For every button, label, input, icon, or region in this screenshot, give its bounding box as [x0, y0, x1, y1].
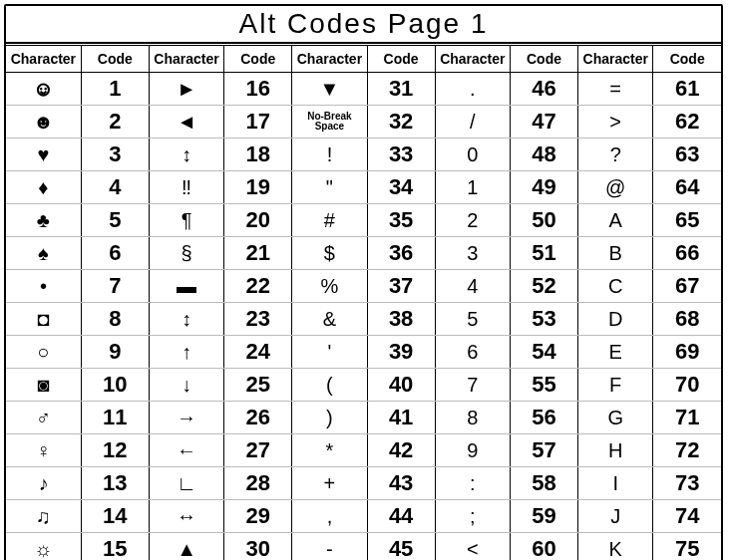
code-cell: 56 [510, 402, 577, 434]
character-cell: I [578, 467, 653, 500]
code-cell: 23 [224, 303, 292, 336]
code-cell: 48 [510, 139, 577, 171]
character-cell: E [578, 336, 653, 369]
code-cell: 57 [510, 434, 577, 467]
code-cell: 27 [224, 434, 292, 467]
col-header-code: Code [510, 45, 577, 73]
code-cell: 49 [510, 171, 577, 204]
character-cell: 6 [435, 336, 510, 369]
code-cell: 18 [224, 139, 292, 171]
code-cell: 12 [81, 434, 149, 467]
character-cell: ▬ [149, 270, 223, 303]
code-cell: 62 [653, 106, 721, 139]
character-cell: D [578, 303, 653, 336]
character-cell: ( [292, 369, 367, 402]
character-cell: * [292, 434, 367, 467]
character-cell: ! [292, 139, 367, 171]
code-cell: 66 [653, 237, 721, 270]
col-header-code: Code [224, 45, 292, 73]
code-cell: 34 [367, 171, 435, 204]
code-cell: 3 [81, 139, 149, 171]
table-body: ☺1►16▼31.46=61☻2◄17No-BreakSpace32/47>62… [6, 73, 721, 561]
character-cell: ☺ [6, 73, 81, 106]
table-row: ♂11→26)41856G71 [6, 402, 721, 434]
code-cell: 67 [653, 270, 721, 303]
col-header-character: Character [149, 45, 223, 73]
col-header-code: Code [81, 45, 149, 73]
character-cell: ♥ [6, 139, 81, 171]
character-cell: 8 [435, 402, 510, 434]
character-cell: ♂ [6, 402, 81, 434]
code-cell: 51 [510, 237, 577, 270]
table-row: •7▬22%37452C67 [6, 270, 721, 303]
code-cell: 1 [81, 73, 149, 106]
code-cell: 63 [653, 139, 721, 171]
character-cell: ‼ [149, 171, 223, 204]
page-title: Alt Codes Page 1 [6, 6, 721, 43]
character-cell: • [6, 270, 81, 303]
table-row: ☺1►16▼31.46=61 [6, 73, 721, 106]
code-cell: 74 [653, 500, 721, 533]
col-header-character: Character [578, 45, 653, 73]
code-cell: 43 [367, 467, 435, 500]
character-cell: ? [578, 139, 653, 171]
code-cell: 17 [224, 106, 292, 139]
code-cell: 22 [224, 270, 292, 303]
character-cell: F [578, 369, 653, 402]
character-cell: 4 [435, 270, 510, 303]
code-cell: 32 [367, 106, 435, 139]
col-header-code: Code [367, 45, 435, 73]
code-cell: 61 [653, 73, 721, 106]
code-cell: 28 [224, 467, 292, 500]
character-cell: < [435, 533, 510, 561]
character-cell: & [292, 303, 367, 336]
code-cell: 68 [653, 303, 721, 336]
character-cell: , [292, 500, 367, 533]
character-cell: @ [578, 171, 653, 204]
code-cell: 2 [81, 106, 149, 139]
character-cell: ♫ [6, 500, 81, 533]
code-cell: 50 [510, 204, 577, 237]
character-cell: ☼ [6, 533, 81, 561]
character-cell: ◙ [6, 369, 81, 402]
character-cell: ♠ [6, 237, 81, 270]
character-cell: ↑ [149, 336, 223, 369]
character-cell: B [578, 237, 653, 270]
character-cell: % [292, 270, 367, 303]
table-row: ☻2◄17No-BreakSpace32/47>62 [6, 106, 721, 139]
character-cell: . [435, 73, 510, 106]
col-header-character: Character [292, 45, 367, 73]
code-cell: 45 [367, 533, 435, 561]
character-cell: ↕ [149, 139, 223, 171]
code-cell: 4 [81, 171, 149, 204]
character-cell: ↔ [149, 500, 223, 533]
character-cell: ♪ [6, 467, 81, 500]
code-cell: 37 [367, 270, 435, 303]
table-row: ♣5¶20#35250A65 [6, 204, 721, 237]
code-cell: 19 [224, 171, 292, 204]
character-cell: → [149, 402, 223, 434]
character-cell: J [578, 500, 653, 533]
code-cell: 5 [81, 204, 149, 237]
table-row: ♥3↕18!33048?63 [6, 139, 721, 171]
code-cell: 14 [81, 500, 149, 533]
table-row: ♪13∟28+43:58I73 [6, 467, 721, 500]
code-cell: 73 [653, 467, 721, 500]
table-row: ◘8↕23&38553D68 [6, 303, 721, 336]
table-row: ♀12←27*42957H72 [6, 434, 721, 467]
code-cell: 53 [510, 303, 577, 336]
character-cell: ♦ [6, 171, 81, 204]
code-cell: 30 [224, 533, 292, 561]
character-cell: + [292, 467, 367, 500]
character-cell: C [578, 270, 653, 303]
table-row: ♫14↔29,44;59J74 [6, 500, 721, 533]
code-cell: 39 [367, 336, 435, 369]
col-header-character: Character [435, 45, 510, 73]
code-cell: 55 [510, 369, 577, 402]
character-cell: ☻ [6, 106, 81, 139]
code-cell: 29 [224, 500, 292, 533]
character-cell: " [292, 171, 367, 204]
code-cell: 15 [81, 533, 149, 561]
table-row: ◙10↓25(40755F70 [6, 369, 721, 402]
code-cell: 44 [367, 500, 435, 533]
